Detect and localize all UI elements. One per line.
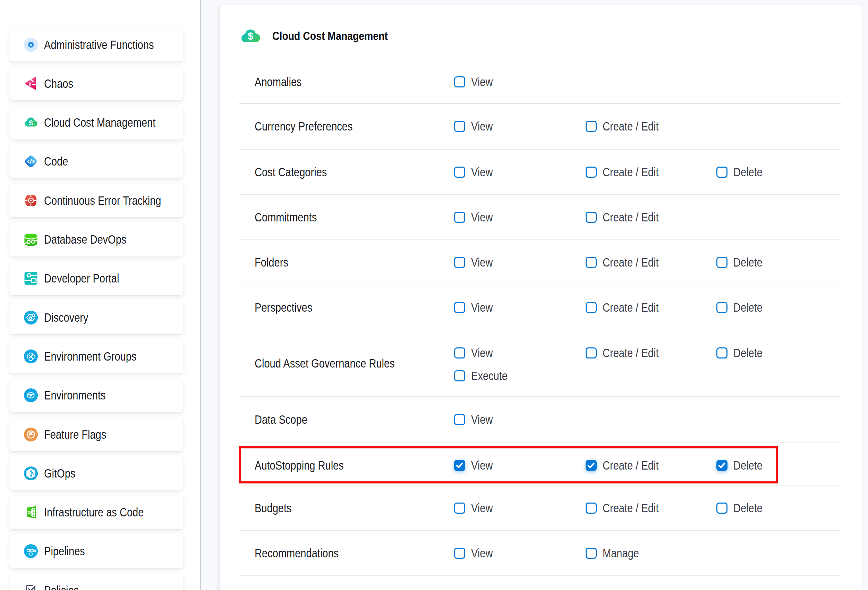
svg-text:$: $ [248, 31, 253, 41]
svg-text:$: $ [29, 119, 33, 127]
